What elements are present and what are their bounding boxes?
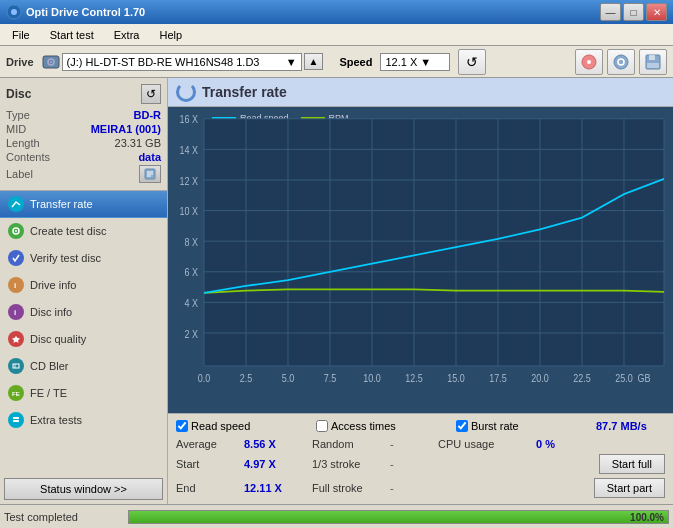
svg-text:i: i — [14, 308, 16, 317]
svg-text:25.0: 25.0 — [615, 373, 633, 385]
nav-label-fe-te: FE / TE — [30, 387, 67, 399]
random-key: Random — [312, 438, 382, 450]
svg-point-17 — [15, 230, 17, 232]
drive-selector[interactable]: (J:) HL-DT-ST BD-RE WH16NS48 1.D3 ▼ ▲ — [42, 53, 324, 71]
access-times-checkbox-group: Access times — [316, 420, 456, 432]
drive-label: Drive — [6, 56, 34, 68]
average-key: Average — [176, 438, 236, 450]
svg-text:GB: GB — [638, 373, 651, 385]
nav-item-fe-te[interactable]: FE FE / TE — [0, 380, 167, 407]
nav-label-disc-info: Disc info — [30, 306, 72, 318]
nav-label-verify-test-disc: Verify test disc — [30, 252, 101, 264]
chart-svg: 16 X 14 X 12 X 10 X 8 X 6 X 4 X 2 X 0.0 … — [168, 107, 673, 413]
read-speed-checkbox-group: Read speed — [176, 420, 316, 432]
disc-info-svg: i — [11, 307, 21, 317]
nav-item-disc-info[interactable]: i Disc info — [0, 299, 167, 326]
disc-header: Disc ↺ — [6, 84, 161, 104]
fe-te-svg: FE — [11, 388, 21, 398]
nav-item-verify-test-disc[interactable]: Verify test disc — [0, 245, 167, 272]
disc-mid-key: MID — [6, 123, 26, 135]
create-test-disc-icon — [8, 223, 24, 239]
svg-text:14 X: 14 X — [180, 144, 199, 156]
burst-rate-checkbox[interactable] — [456, 420, 468, 432]
progress-text: 100.0% — [630, 511, 664, 522]
read-speed-label: Read speed — [191, 420, 250, 432]
random-val: - — [390, 438, 430, 450]
disc-icon — [580, 53, 598, 71]
nav-label-disc-quality: Disc quality — [30, 333, 86, 345]
svg-text:10 X: 10 X — [180, 206, 199, 218]
disc-label-button[interactable] — [139, 165, 161, 183]
speed-dropdown[interactable]: 12.1 X ▼ — [380, 53, 450, 71]
disc-label-row: Label — [6, 164, 161, 184]
start-val: 4.97 X — [244, 458, 304, 470]
svg-text:0.0: 0.0 — [198, 373, 211, 385]
speed-value: 12.1 X ▼ — [385, 56, 431, 68]
svg-text:2.5: 2.5 — [240, 373, 253, 385]
minimize-button[interactable]: — — [600, 3, 621, 21]
svg-point-4 — [50, 61, 52, 63]
nav-label-extra-tests: Extra tests — [30, 414, 82, 426]
nav-item-create-test-disc[interactable]: Create test disc — [0, 218, 167, 245]
disc-type-row: Type BD-R — [6, 108, 161, 122]
refresh-button[interactable]: ↺ — [458, 49, 486, 75]
progress-bar: 100.0% — [128, 510, 669, 524]
nav-item-cd-bler[interactable]: CD Bler — [0, 353, 167, 380]
nav-item-disc-quality[interactable]: Disc quality — [0, 326, 167, 353]
menu-bar: File Start test Extra Help — [0, 24, 673, 46]
svg-point-1 — [11, 9, 17, 15]
start-part-button[interactable]: Start part — [594, 478, 665, 498]
maximize-button[interactable]: □ — [623, 3, 644, 21]
read-speed-checkbox[interactable] — [176, 420, 188, 432]
main-layout: Disc ↺ Type BD-R MID MEIRA1 (001) Length… — [0, 78, 673, 504]
nav-item-transfer-rate[interactable]: Transfer rate — [0, 191, 167, 218]
svg-rect-25 — [13, 420, 19, 422]
access-times-checkbox[interactable] — [316, 420, 328, 432]
start-full-button[interactable]: Start full — [599, 454, 665, 474]
transfer-rate-icon — [8, 196, 24, 212]
one-third-stroke-key: 1/3 stroke — [312, 458, 382, 470]
full-stroke-val: - — [390, 482, 586, 494]
sidebar: Disc ↺ Type BD-R MID MEIRA1 (001) Length… — [0, 78, 168, 504]
disc-type-key: Type — [6, 109, 30, 121]
status-window-button[interactable]: Status window >> — [4, 478, 163, 500]
average-val: 8.56 X — [244, 438, 304, 450]
menu-file[interactable]: File — [4, 27, 38, 43]
burst-rate-value: 87.7 MB/s — [596, 420, 647, 432]
drive-info-svg: i — [11, 280, 21, 290]
svg-text:20.0: 20.0 — [531, 373, 549, 385]
svg-rect-10 — [649, 55, 655, 60]
app-title: Opti Drive Control 1.70 — [26, 6, 145, 18]
speed-label: Speed — [339, 56, 372, 68]
close-button[interactable]: ✕ — [646, 3, 667, 21]
disc-label-key: Label — [6, 168, 33, 180]
settings-icon-button[interactable] — [607, 49, 635, 75]
menu-start-test[interactable]: Start test — [42, 27, 102, 43]
drive-value: (J:) HL-DT-ST BD-RE WH16NS48 1.D3 — [67, 56, 260, 68]
access-times-label: Access times — [331, 420, 396, 432]
disc-quality-svg — [11, 334, 21, 344]
svg-rect-11 — [647, 63, 659, 68]
burst-rate-label: Burst rate — [471, 420, 519, 432]
cd-bler-icon — [8, 358, 24, 374]
nav-item-drive-info[interactable]: i Drive info — [0, 272, 167, 299]
disc-icon-button[interactable] — [575, 49, 603, 75]
svg-text:10.0: 10.0 — [363, 373, 381, 385]
drive-dropdown[interactable]: (J:) HL-DT-ST BD-RE WH16NS48 1.D3 ▼ — [62, 53, 302, 71]
svg-text:6 X: 6 X — [185, 267, 199, 279]
stats-area: Read speed Access times Burst rate 87.7 … — [168, 413, 673, 504]
nav-item-extra-tests[interactable]: Extra tests — [0, 407, 167, 434]
verify-icon-svg — [11, 253, 21, 263]
disc-refresh-button[interactable]: ↺ — [141, 84, 161, 104]
menu-extra[interactable]: Extra — [106, 27, 148, 43]
menu-help[interactable]: Help — [151, 27, 190, 43]
disc-length-val: 23.31 GB — [115, 137, 161, 149]
checkboxes-row: Read speed Access times Burst rate 87.7 … — [176, 418, 665, 434]
svg-text:22.5: 22.5 — [573, 373, 591, 385]
stats-row-3: End 12.11 X Full stroke - Start part — [176, 476, 665, 500]
transfer-rate-svg — [11, 199, 21, 209]
save-icon-button[interactable] — [639, 49, 667, 75]
drive-eject-button[interactable]: ▲ — [304, 53, 324, 70]
chart-container: Read speed RPM — [168, 107, 673, 413]
cd-bler-svg — [11, 361, 21, 371]
